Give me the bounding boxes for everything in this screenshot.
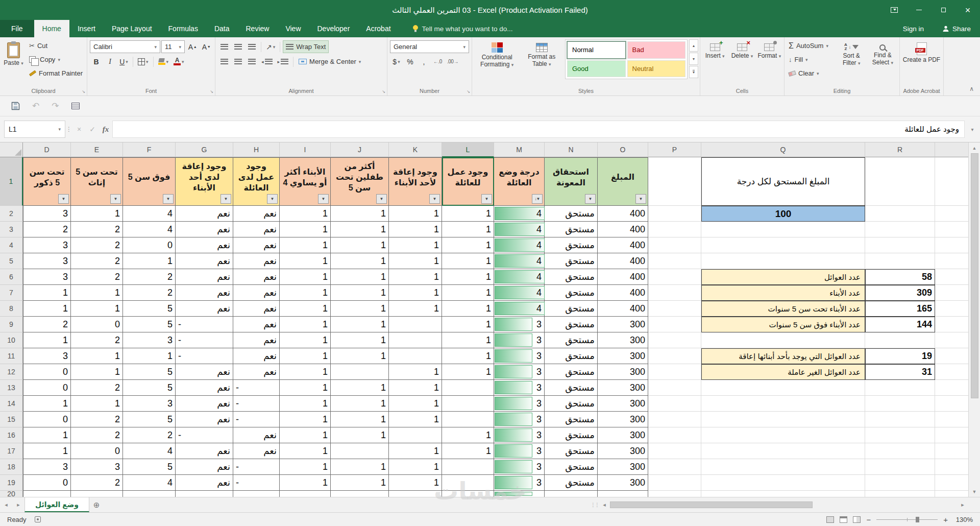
cell-N3[interactable]: مستحق xyxy=(545,222,598,237)
cell-D17[interactable]: 1 xyxy=(23,443,71,459)
row-header-2[interactable]: 2 xyxy=(0,206,23,222)
increase-decimal-button[interactable]: ←.0 xyxy=(431,55,444,68)
cell-K17[interactable]: 1 xyxy=(389,443,442,459)
cell-F3[interactable]: 4 xyxy=(123,222,176,237)
cell-I17[interactable]: 1 xyxy=(280,443,331,459)
cell-H17[interactable]: نعم xyxy=(233,443,280,459)
column-header-N[interactable]: N xyxy=(545,142,598,157)
cell-J9[interactable]: 1 xyxy=(331,317,389,332)
cell-D12[interactable]: 0 xyxy=(23,364,71,380)
scroll-left-button[interactable]: ◂ xyxy=(600,501,609,508)
paste-button[interactable]: Paste ▾ xyxy=(2,39,26,81)
cell-F17[interactable]: 4 xyxy=(123,443,176,459)
cell-F1[interactable]: فوق سن 5▼ xyxy=(123,157,176,206)
cell-P8[interactable] xyxy=(648,301,701,317)
cell-Q15[interactable] xyxy=(701,412,865,427)
cell-G3[interactable]: نعم xyxy=(176,222,233,237)
cell-O6[interactable]: 400 xyxy=(598,269,648,285)
filter-button-O[interactable]: ▼ xyxy=(635,194,646,204)
cell-D15[interactable]: 0 xyxy=(23,412,71,427)
cell-L15[interactable] xyxy=(442,412,494,427)
cell-Q8[interactable]: عدد الأبناء تحت سن 5 سنوات xyxy=(701,301,865,317)
cell-M19[interactable]: 3 xyxy=(494,475,545,491)
cell-G17[interactable]: نعم xyxy=(176,443,233,459)
row-header-6[interactable]: 6 xyxy=(0,269,23,285)
expand-formula-bar-button[interactable]: ▾ xyxy=(965,127,980,132)
cell-F14[interactable]: 3 xyxy=(123,396,176,412)
zoom-slider-thumb[interactable] xyxy=(916,517,919,522)
tell-me-box[interactable]: Tell me what you want to do... xyxy=(412,20,513,37)
cell-O4[interactable]: 400 xyxy=(598,237,648,253)
cell-Q17[interactable] xyxy=(701,443,865,459)
cell-L16[interactable]: 1 xyxy=(442,427,494,443)
cell-H2[interactable]: نعم xyxy=(233,206,280,222)
cell-N15[interactable]: مستحق xyxy=(545,412,598,427)
cell-E10[interactable]: 2 xyxy=(71,332,123,348)
cell-J13[interactable]: 1 xyxy=(331,380,389,396)
row-header-15[interactable]: 15 xyxy=(0,412,23,427)
cell-O1[interactable]: المبلغ▼ xyxy=(598,157,648,206)
cell-R14[interactable] xyxy=(865,396,935,412)
cell-H4[interactable]: نعم xyxy=(233,237,280,253)
cell-O14[interactable]: 300 xyxy=(598,396,648,412)
formula-input[interactable]: وجود عمل للعائلة xyxy=(112,121,965,138)
alignment-dialog-launcher[interactable]: ↘ xyxy=(382,89,385,94)
row-header-4[interactable]: 4 xyxy=(0,237,23,253)
cell-R9[interactable]: 144 xyxy=(865,317,935,332)
borders-button[interactable]: ▾ xyxy=(136,55,151,68)
filter-button-N[interactable]: ▼ xyxy=(585,194,596,204)
cell-G19[interactable]: نعم xyxy=(176,475,233,491)
cell-P13[interactable] xyxy=(648,380,701,396)
row-header-10[interactable]: 10 xyxy=(0,332,23,348)
column-header-P[interactable]: P xyxy=(648,142,701,157)
name-box[interactable]: L1▾ xyxy=(4,121,65,138)
cell-P5[interactable] xyxy=(648,253,701,269)
cell-M14[interactable]: 3 xyxy=(494,396,545,412)
insert-function-button[interactable]: fx xyxy=(99,121,112,138)
save-button[interactable] xyxy=(11,102,20,110)
cell-O13[interactable]: 300 xyxy=(598,380,648,396)
cell-K10[interactable] xyxy=(389,332,442,348)
cell-Q3[interactable] xyxy=(701,222,865,237)
cell-N18[interactable]: مستحق xyxy=(545,459,598,475)
cell-R18[interactable] xyxy=(865,459,935,475)
cell-M5[interactable]: 4 xyxy=(494,253,545,269)
cell-N9[interactable]: مستحق xyxy=(545,317,598,332)
share-button[interactable]: Share xyxy=(933,20,980,37)
cell-J12[interactable] xyxy=(331,364,389,380)
redo-button[interactable]: ↷ xyxy=(52,101,59,111)
cell-J14[interactable]: 1 xyxy=(331,396,389,412)
cell-O10[interactable]: 300 xyxy=(598,332,648,348)
cell-Q2[interactable]: 100 xyxy=(701,206,865,222)
cell-L10[interactable]: 1 xyxy=(442,332,494,348)
tab-data[interactable]: Data xyxy=(206,20,238,37)
cell-H3[interactable]: نعم xyxy=(233,222,280,237)
cell-N2[interactable]: مستحق xyxy=(545,206,598,222)
sheet-nav-right-button[interactable]: ▸ xyxy=(12,497,24,512)
cell-R10[interactable] xyxy=(865,332,935,348)
cell-E3[interactable]: 2 xyxy=(71,222,123,237)
vertical-scrollbar[interactable]: ▲ ▼ xyxy=(968,142,980,497)
find-select-button[interactable]: Find & Select ▾ xyxy=(868,39,898,81)
cell-J4[interactable]: 1 xyxy=(331,237,389,253)
cell-Q16[interactable] xyxy=(701,427,865,443)
cell-R11[interactable]: 19 xyxy=(865,348,935,364)
cell-M16[interactable]: 3 xyxy=(494,427,545,443)
tab-formulas[interactable]: Formulas xyxy=(160,20,206,37)
cell-O20[interactable] xyxy=(598,491,648,497)
cell-P12[interactable] xyxy=(648,364,701,380)
cell-F2[interactable]: 4 xyxy=(123,206,176,222)
cell-D1[interactable]: تحت سن 5 ذكور▼ xyxy=(23,157,71,206)
tab-splitter-handle[interactable]: ⋮⋮ xyxy=(590,497,600,512)
tab-review[interactable]: Review xyxy=(238,20,278,37)
cell-G9[interactable]: - xyxy=(176,317,233,332)
align-top-button[interactable] xyxy=(218,40,231,53)
align-left-button[interactable] xyxy=(218,55,231,68)
font-color-button[interactable]: A▾ xyxy=(172,55,186,68)
cell-O15[interactable]: 300 xyxy=(598,412,648,427)
cell-D10[interactable]: 1 xyxy=(23,332,71,348)
cell-G8[interactable]: نعم xyxy=(176,301,233,317)
cell-I1[interactable]: الأبناء أكثر أو يساوي 4▼ xyxy=(280,157,331,206)
cell-Q4[interactable] xyxy=(701,237,865,253)
comma-style-button[interactable]: , xyxy=(418,55,430,68)
